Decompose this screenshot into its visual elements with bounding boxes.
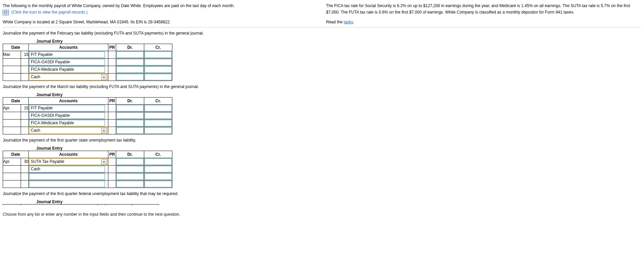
je-title-2: Journal Entry (3, 92, 96, 97)
dr-input[interactable] (116, 158, 144, 165)
dr-input[interactable] (116, 66, 144, 73)
je-title-4: Journal Entry (3, 199, 96, 204)
dr-input[interactable] (116, 59, 144, 65)
th-date: Date (3, 44, 29, 51)
dr-input[interactable] (116, 112, 144, 119)
cr-input[interactable] (145, 173, 172, 180)
dr-input[interactable] (116, 120, 144, 126)
dr-input[interactable] (116, 105, 144, 111)
th-date: Date (3, 97, 29, 104)
account-input[interactable]: Cash (29, 166, 105, 172)
journal-entry-table-4-header (3, 204, 159, 205)
cr-input[interactable] (145, 181, 172, 187)
cr-input[interactable] (145, 112, 172, 119)
date-month: Apr. (3, 158, 21, 165)
account-input[interactable] (29, 181, 105, 187)
date-day: 15 (21, 104, 29, 112)
instruction-2: Journalize the payment of the March tax … (3, 84, 641, 89)
dr-input[interactable] (116, 74, 144, 80)
dr-input[interactable] (116, 127, 144, 134)
cr-input[interactable] (145, 127, 172, 134)
read-prefix: Read the (326, 20, 344, 24)
th-date: Date (3, 151, 29, 158)
th-accounts: Accounts (29, 151, 108, 158)
th-cr: Cr. (144, 151, 172, 158)
journal-entry-table-1: Date Accounts PR Dr. Cr. Mar. 15 FIT Pay… (3, 44, 172, 81)
journal-entry-table-3: Date Accounts PR Dr. Cr. Apr. 30 SUTA Ta… (3, 151, 172, 188)
bottom-hint: Choose from any list or enter any number… (3, 212, 641, 217)
payroll-records-link[interactable]: (Click the icon to view the payroll reco… (11, 10, 87, 15)
th-accounts: Accounts (29, 97, 108, 104)
th-accounts: Accounts (29, 44, 108, 51)
th-pr: PR (108, 44, 116, 51)
instruction-4: Journalize the payment of the first quar… (3, 191, 641, 196)
account-input[interactable]: FIT Payable (29, 105, 105, 111)
account-select[interactable]: SUTA Tax Payable (29, 158, 108, 165)
account-input[interactable]: FICA-Medicare Payable (29, 66, 105, 73)
je-title-1: Journal Entry (3, 39, 96, 44)
account-select[interactable]: Cash (29, 127, 108, 134)
th-dr: Dr. (116, 44, 144, 51)
instruction-1: Journalize the payment of the February t… (3, 31, 641, 36)
account-input[interactable]: FIT Payable (29, 51, 105, 58)
date-month: Mar. (3, 51, 21, 58)
cr-input[interactable] (145, 59, 172, 65)
instruction-3: Journalize the payment of the first quar… (3, 138, 641, 143)
intro-text-1: The following is the monthly payroll of … (3, 3, 318, 9)
date-day: 15 (21, 51, 29, 58)
date-month: Apr. (3, 104, 21, 112)
cr-input[interactable] (145, 166, 172, 172)
tasks-link[interactable]: tasks (344, 20, 353, 24)
dr-input[interactable] (116, 51, 144, 58)
cr-input[interactable] (145, 105, 172, 111)
cr-input[interactable] (145, 120, 172, 126)
cr-input[interactable] (145, 158, 172, 165)
journal-entry-table-2: Date Accounts PR Dr. Cr. Apr. 15 FIT Pay… (3, 97, 172, 134)
tax-info-text: The FICA tax rate for Social Security is… (326, 3, 641, 16)
context-right: The FICA tax rate for Social Security is… (326, 3, 641, 26)
intro-text-2: White Company is located at 2 Square Str… (3, 19, 318, 25)
read-suffix: . (353, 20, 354, 24)
context-left: The following is the monthly payroll of … (3, 3, 326, 26)
account-input[interactable]: FICA-OASDI Payable (29, 59, 105, 65)
je-title-3: Journal Entry (3, 146, 96, 151)
account-select[interactable]: Cash (29, 74, 108, 80)
cr-input[interactable] (145, 66, 172, 73)
dr-input[interactable] (116, 166, 144, 172)
date-day: 30 (21, 158, 29, 165)
th-pr: PR (108, 97, 116, 104)
th-cr: Cr. (144, 44, 172, 51)
dr-input[interactable] (116, 173, 144, 180)
th-dr: Dr. (116, 151, 144, 158)
account-input[interactable]: FICA-Medicare Payable (29, 120, 105, 126)
th-pr: PR (108, 151, 116, 158)
account-input[interactable]: FICA-OASDI Payable (29, 112, 105, 119)
cr-input[interactable] (145, 74, 172, 80)
account-input[interactable] (29, 173, 105, 180)
th-cr: Cr. (144, 97, 172, 104)
context-panel: The following is the monthly payroll of … (3, 3, 641, 27)
th-dr: Dr. (116, 97, 144, 104)
dr-input[interactable] (116, 181, 144, 187)
payroll-records-icon[interactable] (3, 10, 9, 15)
cr-input[interactable] (145, 51, 172, 58)
